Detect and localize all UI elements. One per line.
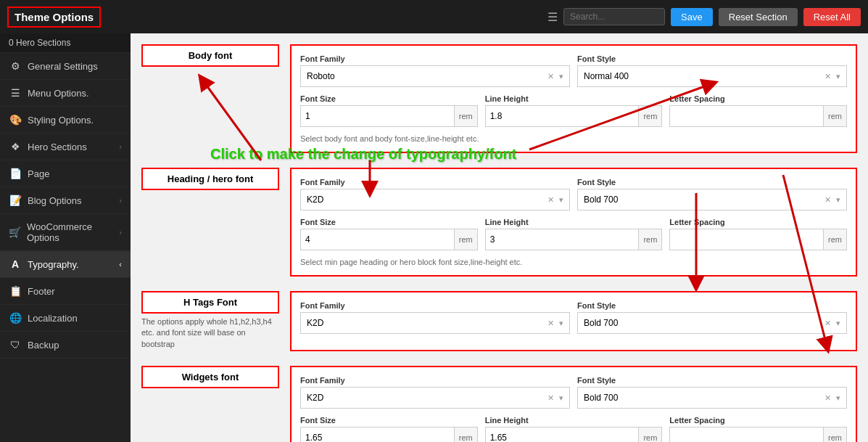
widgets-line-height-unit: rem: [638, 427, 661, 442]
widgets-font-panel: Font Family K2D ✕ ▾ Font Style: [290, 366, 857, 442]
body-font-family-select[interactable]: Roboto ✕ ▾: [300, 65, 570, 87]
sidebar-item-label: General Settings: [28, 61, 98, 72]
line-height-label: Line Height: [485, 416, 663, 425]
heading-font-family-select[interactable]: K2D ✕ ▾: [300, 189, 570, 210]
heading-font-label: Heading / hero font: [141, 168, 279, 190]
widgets-font-style-select[interactable]: Bold 700 ✕ ▾: [577, 387, 847, 409]
htags-font-family-select[interactable]: K2D ✕ ▾: [300, 312, 570, 334]
font-family-label: Font Family: [300, 301, 570, 310]
body-font-style-group: Font Style Normal 400 ✕ ▾: [577, 54, 847, 87]
sidebar-item-menu-options[interactable]: ☰ Menu Options.: [0, 80, 131, 107]
font-family-label: Font Family: [300, 54, 570, 63]
widgets-font-label: Widgets font: [141, 366, 279, 388]
body-font-panel: Font Family Roboto ✕ ▾ Font Style: [290, 44, 857, 153]
htags-font-style-value: Bold 700: [584, 318, 618, 328]
reset-all-button[interactable]: Reset All: [803, 8, 861, 26]
htags-font-style-group: Font Style Bold 700 ✕ ▾: [577, 301, 847, 334]
widgets-letter-spacing-unit: rem: [823, 427, 846, 442]
page-icon: 📄: [9, 168, 22, 179]
heading-line-height-unit: rem: [638, 229, 661, 250]
htags-font-style-select[interactable]: Bold 700 ✕ ▾: [577, 312, 847, 334]
htags-font-style-clear[interactable]: ✕: [824, 319, 831, 327]
widgets-font-family-arrow: ▾: [559, 393, 563, 402]
sidebar-item-page[interactable]: 📄 Page: [0, 160, 131, 187]
heading-font-size-input[interactable]: [301, 229, 454, 250]
heading-font-style-select[interactable]: Bold 700 ✕ ▾: [577, 189, 847, 210]
htags-font-panel: Font Family K2D ✕ ▾ Font Style: [290, 291, 857, 351]
body-font-label: Body font: [141, 44, 279, 67]
hero-label: 0 Hero Sections: [0, 33, 131, 53]
woo-icon: 🛒: [9, 226, 21, 238]
search-input[interactable]: [563, 8, 665, 25]
body-font-size-group: Font Size rem: [300, 94, 478, 127]
layout: 0 Hero Sections ⚙ General Settings ☰ Men…: [0, 33, 868, 442]
widgets-font-family-clear[interactable]: ✕: [547, 393, 554, 402]
reset-section-button[interactable]: Reset Section: [719, 8, 798, 26]
widgets-letter-spacing-input[interactable]: [670, 427, 823, 442]
heading-line-height-input[interactable]: [486, 229, 639, 250]
heading-font-family-clear[interactable]: ✕: [547, 195, 554, 204]
heading-font-label-container: Heading / hero font: [141, 168, 279, 190]
body-font-hint: Select body font and body font-size,line…: [300, 134, 847, 143]
widgets-font-style-clear[interactable]: ✕: [824, 393, 831, 402]
widgets-font-size-group: Font Size rem: [300, 416, 478, 442]
htags-font-sub: The options apply whole h1,h2,h3,h4 etc.…: [141, 316, 279, 350]
widgets-font-family-group: Font Family K2D ✕ ▾: [300, 376, 570, 409]
widgets-font-size-input[interactable]: [301, 427, 454, 442]
hero-icon: ❖: [9, 141, 22, 152]
sidebar-item-footer[interactable]: 📋 Footer: [0, 278, 131, 305]
font-style-label: Font Style: [577, 54, 847, 63]
widgets-line-height-input[interactable]: [486, 427, 639, 442]
main-content: Body font Font Family Roboto ✕ ▾: [131, 33, 868, 442]
heading-font-style-clear[interactable]: ✕: [824, 195, 831, 204]
sidebar-item-backup[interactable]: 🛡 Backup: [0, 332, 131, 359]
sidebar-item-label: Typography.: [28, 259, 79, 270]
body-line-height-input-wrap: rem: [485, 105, 663, 127]
body-letter-spacing-input-wrap: rem: [669, 105, 847, 127]
save-button[interactable]: Save: [671, 8, 713, 26]
body-font-style-clear[interactable]: ✕: [824, 72, 831, 81]
sidebar-item-localization[interactable]: 🌐 Localization: [0, 305, 131, 332]
body-line-height-unit: rem: [638, 106, 661, 126]
sidebar-item-styling-options[interactable]: 🎨 Styling Options.: [0, 107, 131, 134]
htags-font-family-clear[interactable]: ✕: [547, 319, 554, 327]
font-family-label: Font Family: [300, 376, 570, 385]
heading-font-family-group: Font Family K2D ✕ ▾: [300, 178, 570, 210]
widgets-line-height-group: Line Height rem: [485, 416, 663, 442]
widgets-letter-spacing-input-wrap: rem: [669, 427, 847, 442]
sidebar-item-hero-sections[interactable]: ❖ Hero Sections ›: [0, 134, 131, 160]
body-font-row2: Font Size rem Line Height rem: [300, 94, 847, 127]
widgets-font-family-select[interactable]: K2D ✕ ▾: [300, 387, 570, 409]
heading-letter-spacing-input[interactable]: [670, 229, 823, 250]
widgets-font-family-value: K2D: [307, 393, 323, 403]
heading-letter-spacing-group: Letter Spacing rem: [669, 218, 847, 250]
body-font-section: Body font Font Family Roboto ✕ ▾: [141, 44, 857, 153]
heading-line-height-input-wrap: rem: [485, 229, 663, 250]
body-font-style-select[interactable]: Normal 400 ✕ ▾: [577, 65, 847, 87]
body-font-family-clear[interactable]: ✕: [547, 72, 554, 81]
styling-icon: 🎨: [9, 114, 22, 126]
heading-font-style-arrow: ▾: [836, 195, 840, 204]
htags-font-family-arrow: ▾: [559, 319, 563, 327]
menu-icon[interactable]: ☰: [547, 10, 558, 24]
sidebar-item-label: Blog Options: [28, 195, 81, 206]
htags-font-row1: Font Family K2D ✕ ▾ Font Style: [300, 301, 847, 334]
body-line-height-input[interactable]: [486, 106, 639, 126]
settings-icon: ⚙: [9, 60, 22, 72]
sidebar-item-blog-options[interactable]: 📝 Blog Options ›: [0, 187, 131, 214]
sidebar: 0 Hero Sections ⚙ General Settings ☰ Men…: [0, 33, 131, 442]
heading-font-style-group: Font Style Bold 700 ✕ ▾: [577, 178, 847, 210]
sidebar-item-label: Menu Options.: [28, 88, 89, 99]
sidebar-item-general-settings[interactable]: ⚙ General Settings: [0, 53, 131, 80]
body-font-size-unit: rem: [454, 106, 477, 126]
sidebar-item-woocommerce[interactable]: 🛒 WooCommerce Options ›: [0, 214, 131, 251]
chevron-right-icon: ›: [119, 142, 122, 151]
body-font-family-arrow: ▾: [559, 72, 563, 81]
chevron-left-icon: ‹: [119, 260, 122, 269]
body-letter-spacing-input[interactable]: [670, 106, 823, 126]
widgets-font-label-container: Widgets font: [141, 366, 279, 388]
body-font-size-input[interactable]: [301, 106, 454, 126]
sidebar-item-typography[interactable]: A Typography. ‹: [0, 251, 131, 278]
font-style-label: Font Style: [577, 376, 847, 385]
heading-font-family-value: K2D: [307, 195, 323, 205]
